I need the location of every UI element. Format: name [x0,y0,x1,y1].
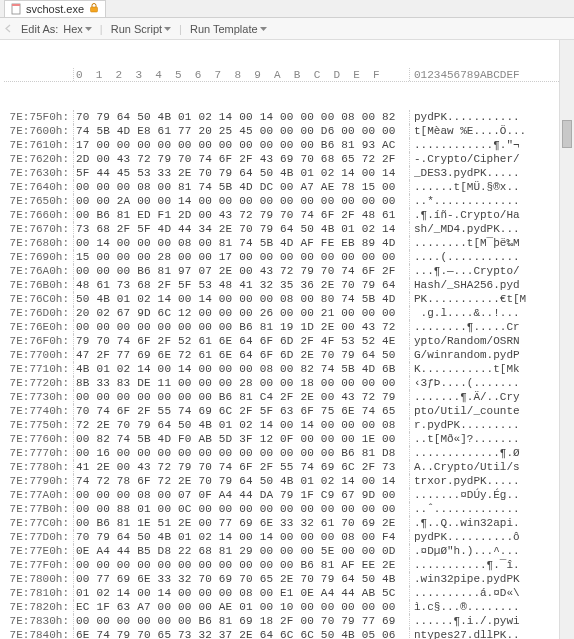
bytes-cell[interactable]: 48 61 73 68 2F 5F 53 48 41 32 35 36 2E 7… [74,278,410,292]
hex-row[interactable]: 7E:7790h:74 72 78 6F 72 2E 70 79 64 50 4… [4,474,559,488]
ascii-cell[interactable]: sh/_MD4.pydPK... [410,222,559,236]
hex-row[interactable]: 7E:7710h:4B 01 02 14 00 14 00 00 00 08 0… [4,362,559,376]
bytes-cell[interactable]: 8B 33 83 DE 11 00 00 00 28 00 00 18 00 0… [74,376,410,390]
bytes-cell[interactable]: 41 2E 00 43 72 79 70 74 6F 2F 55 74 69 6… [74,460,410,474]
bytes-cell[interactable]: 15 00 00 00 28 00 00 17 00 00 00 00 00 0… [74,250,410,264]
run-template-dropdown[interactable]: Run Template [190,23,267,35]
bytes-cell[interactable]: 74 5B 4D E8 61 77 20 25 45 00 00 00 D6 0… [74,124,410,138]
ascii-cell[interactable]: ...........¶.¯î. [410,558,559,572]
hex-row[interactable]: 7E:7600h:74 5B 4D E8 61 77 20 25 45 00 0… [4,124,559,138]
bytes-cell[interactable]: 2D 00 43 72 79 70 74 6F 2F 43 69 70 68 6… [74,152,410,166]
hex-row[interactable]: 7E:7660h:00 B6 81 ED F1 2D 00 43 72 79 7… [4,208,559,222]
hex-row[interactable]: 7E:7820h:EC 1F 63 A7 00 00 00 AE 01 00 1… [4,600,559,614]
hex-editor[interactable]: 0 1 2 3 4 5 6 7 8 9 A B C D E F 01234567… [0,40,574,639]
vertical-scrollbar[interactable] [559,40,574,639]
ascii-cell[interactable]: Hash/_SHA256.pyd [410,278,559,292]
hex-row[interactable]: 7E:7740h:70 74 6F 2F 55 74 69 6C 2F 5F 6… [4,404,559,418]
hex-row[interactable]: 7E:77B0h:00 00 88 01 00 0C 00 00 00 00 0… [4,502,559,516]
hex-row[interactable]: 7E:7750h:72 2E 70 79 64 50 4B 01 02 14 0… [4,418,559,432]
bytes-cell[interactable]: 50 4B 01 02 14 00 14 00 00 00 08 00 80 7… [74,292,410,306]
bytes-cell[interactable]: 6E 74 79 70 65 73 32 37 2E 64 6C 6C 50 4… [74,628,410,639]
ascii-cell[interactable]: ............¶."¬ [410,138,559,152]
bytes-cell[interactable]: 70 74 6F 2F 55 74 69 6C 2F 5F 63 6F 75 6… [74,404,410,418]
ascii-cell[interactable]: ......t[MÜ.§®x.. [410,180,559,194]
bytes-cell[interactable]: EC 1F 63 A7 00 00 00 AE 01 00 10 00 00 0… [74,600,410,614]
hex-row[interactable]: 7E:7620h:2D 00 43 72 79 70 74 6F 2F 43 6… [4,152,559,166]
ascii-cell[interactable]: ì.c§...®........ [410,600,559,614]
bytes-cell[interactable]: 00 00 00 00 00 00 00 00 00 00 00 B6 81 A… [74,558,410,572]
bytes-cell[interactable]: 00 00 00 00 00 00 00 00 B6 81 19 1D 2E 0… [74,320,410,334]
hex-row[interactable]: 7E:75F0h:70 79 64 50 4B 01 02 14 00 14 0… [4,110,559,124]
file-tab[interactable]: svchost.exe [4,0,106,17]
ascii-cell[interactable]: .......¶.Ä/..Cry [410,390,559,404]
bytes-cell[interactable]: 00 00 00 08 00 81 74 5B 4D DC 00 A7 AE 7… [74,180,410,194]
ascii-cell[interactable]: ....(........... [410,250,559,264]
ascii-cell[interactable]: G/winrandom.pydP [410,348,559,362]
hex-row[interactable]: 7E:7640h:00 00 00 08 00 81 74 5B 4D DC 0… [4,180,559,194]
bytes-cell[interactable]: 73 68 2F 5F 4D 44 34 2E 70 79 64 50 4B 0… [74,222,410,236]
bytes-cell[interactable]: 17 00 00 00 00 00 00 00 00 00 00 00 B6 8… [74,138,410,152]
ascii-cell[interactable]: ........¶.....Cr [410,320,559,334]
bytes-cell[interactable]: 79 70 74 6F 2F 52 61 6E 64 6F 6D 2F 4F 5… [74,334,410,348]
hex-row[interactable]: 7E:7810h:01 02 14 00 14 00 00 00 08 00 E… [4,586,559,600]
bytes-cell[interactable]: 20 02 67 9D 6C 12 00 00 00 26 00 00 21 0… [74,306,410,320]
bytes-cell[interactable]: 5F 44 45 53 33 2E 70 79 64 50 4B 01 02 1… [74,166,410,180]
ascii-cell[interactable]: ntypes27.dllPK.. [410,628,559,639]
ascii-cell[interactable]: ..*............. [410,194,559,208]
bytes-cell[interactable]: 01 02 14 00 14 00 00 00 08 00 E1 0E A4 4… [74,586,410,600]
ascii-cell[interactable]: r.pydPK......... [410,418,559,432]
bytes-cell[interactable]: 00 B6 81 1E 51 2E 00 77 69 6E 33 32 61 7… [74,516,410,530]
hex-row[interactable]: 7E:76A0h:00 00 00 B6 81 97 07 2E 00 43 7… [4,264,559,278]
bytes-cell[interactable]: 70 79 64 50 4B 01 02 14 00 14 00 00 00 0… [74,530,410,544]
bytes-cell[interactable]: 00 82 74 5B 4D F0 AB 5D 3F 12 0F 00 00 0… [74,432,410,446]
hex-row[interactable]: 7E:7720h:8B 33 83 DE 11 00 00 00 28 00 0… [4,376,559,390]
ascii-cell[interactable]: ......¶.i./.pywi [410,614,559,628]
bytes-cell[interactable]: 00 00 00 00 00 00 B6 81 69 18 2F 00 70 7… [74,614,410,628]
bytes-cell[interactable]: 00 00 00 08 00 07 0F A4 44 DA 79 1F C9 6… [74,488,410,502]
hex-row[interactable]: 7E:7610h:17 00 00 00 00 00 00 00 00 00 0… [4,138,559,152]
hex-row[interactable]: 7E:76C0h:50 4B 01 02 14 00 14 00 00 00 0… [4,292,559,306]
bytes-cell[interactable]: 00 16 00 00 00 00 00 00 00 00 00 00 00 B… [74,446,410,460]
bytes-cell[interactable]: 00 00 88 01 00 0C 00 00 00 00 00 00 00 0… [74,502,410,516]
bytes-cell[interactable]: 00 14 00 00 00 08 00 81 74 5B 4D AF FE E… [74,236,410,250]
run-script-dropdown[interactable]: Run Script [111,23,171,35]
hex-row[interactable]: 7E:7690h:15 00 00 00 28 00 00 17 00 00 0… [4,250,559,264]
hex-row[interactable]: 7E:7700h:47 2F 77 69 6E 72 61 6E 64 6F 6… [4,348,559,362]
ascii-cell[interactable]: .win32pipe.pydPK [410,572,559,586]
hex-row[interactable]: 7E:7730h:00 00 00 00 00 00 00 B6 81 C4 2… [4,390,559,404]
hex-row[interactable]: 7E:7650h:00 00 2A 00 00 14 00 00 00 00 0… [4,194,559,208]
ascii-cell[interactable]: _DES3.pydPK..... [410,166,559,180]
hex-row[interactable]: 7E:77D0h:70 79 64 50 4B 01 02 14 00 14 0… [4,530,559,544]
ascii-cell[interactable]: ...¶.—...Crypto/ [410,264,559,278]
hex-row[interactable]: 7E:77E0h:0E A4 44 B5 D8 22 68 81 29 00 0… [4,544,559,558]
bytes-cell[interactable]: 00 B6 81 ED F1 2D 00 43 72 79 70 74 6F 2… [74,208,410,222]
ascii-cell[interactable]: .............¶.Ø [410,446,559,460]
hex-row[interactable]: 7E:77F0h:00 00 00 00 00 00 00 00 00 00 0… [4,558,559,572]
hex-row[interactable]: 7E:7770h:00 16 00 00 00 00 00 00 00 00 0… [4,446,559,460]
ascii-cell[interactable]: ypto/Random/OSRN [410,334,559,348]
ascii-cell[interactable]: ..........á.¤D«\ [410,586,559,600]
ascii-cell[interactable]: .¤DµØ"h.)...^... [410,544,559,558]
hex-row[interactable]: 7E:7630h:5F 44 45 53 33 2E 70 79 64 50 4… [4,166,559,180]
ascii-cell[interactable]: PK...........€t[M [410,292,559,306]
bytes-cell[interactable]: 70 79 64 50 4B 01 02 14 00 14 00 00 00 0… [74,110,410,124]
ascii-cell[interactable]: .¶..Q..win32api. [410,516,559,530]
hex-row[interactable]: 7E:76E0h:00 00 00 00 00 00 00 00 B6 81 1… [4,320,559,334]
hex-row[interactable]: 7E:7760h:00 82 74 5B 4D F0 AB 5D 3F 12 0… [4,432,559,446]
ascii-cell[interactable]: .g.l....&..!... [410,306,559,320]
bytes-cell[interactable]: 00 00 00 B6 81 97 07 2E 00 43 72 79 70 7… [74,264,410,278]
ascii-cell[interactable]: trxor.pydPK..... [410,474,559,488]
ascii-cell[interactable]: .¶.íñ-.Crypto/Ha [410,208,559,222]
scroll-thumb[interactable] [562,120,572,148]
ascii-cell[interactable]: ‹3ƒÞ....(....... [410,376,559,390]
bytes-cell[interactable]: 72 2E 70 79 64 50 4B 01 02 14 00 14 00 0… [74,418,410,432]
hex-row[interactable]: 7E:7800h:00 77 69 6E 33 32 70 69 70 65 2… [4,572,559,586]
hex-row[interactable]: 7E:77A0h:00 00 00 08 00 07 0F A4 44 DA 7… [4,488,559,502]
bytes-cell[interactable]: 74 72 78 6F 72 2E 70 79 64 50 4B 01 02 1… [74,474,410,488]
hex-row[interactable]: 7E:77C0h:00 B6 81 1E 51 2E 00 77 69 6E 3… [4,516,559,530]
ascii-cell[interactable]: pydPK........... [410,110,559,124]
ascii-cell[interactable]: t[Mèaw %E....Ö... [410,124,559,138]
ascii-cell[interactable]: pydPK..........ô [410,530,559,544]
ascii-cell[interactable]: K...........t[Mk [410,362,559,376]
ascii-cell[interactable]: ..t[Mð«]?....... [410,432,559,446]
